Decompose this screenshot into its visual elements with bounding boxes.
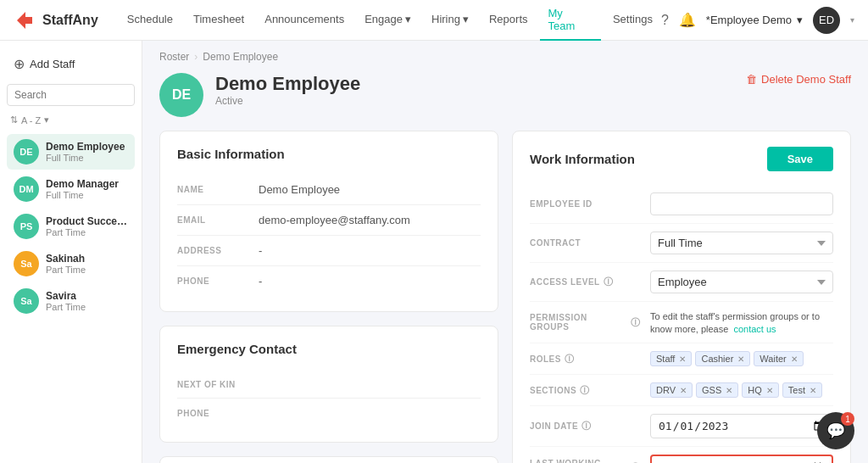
employee-type: Part Time [46, 227, 128, 237]
employee-avatar: PS [14, 214, 39, 239]
basic-info-row: PHONE - [177, 266, 481, 296]
roles-row: ROLES ⓘ Staff✕Cashier✕Waiter✕ [530, 343, 833, 375]
profile-avatar: DE [159, 73, 203, 117]
info-icon[interactable]: ⓘ [581, 420, 592, 432]
section-tag: GSS✕ [696, 382, 738, 398]
join-date-row: JOIN DATE ⓘ [530, 406, 833, 447]
nav-schedule[interactable]: Schedule [119, 0, 181, 41]
sidebar-item-product-success[interactable]: PS Product Success Part Time [7, 209, 135, 244]
chevron-down-icon: ▾ [797, 14, 803, 26]
employee-name: Demo Manager [46, 178, 128, 190]
logo[interactable]: StaffAny [14, 8, 98, 32]
employee-type: Part Time [46, 265, 128, 275]
employee-id-value [650, 192, 833, 215]
employee-type: Full Time [46, 153, 128, 163]
nav-reports[interactable]: Reports [481, 0, 537, 41]
sidebar-item-savira[interactable]: Sa Savira Part Time [7, 283, 135, 319]
work-info-title: Work Information [530, 152, 635, 166]
remove-tag-button[interactable]: ✕ [791, 354, 798, 364]
sort-button[interactable]: ⇅ A - Z ▾ [7, 113, 135, 127]
chat-button[interactable]: 💬 1 [817, 412, 854, 449]
employee-id-input[interactable] [650, 192, 833, 215]
info-icon[interactable]: ⓘ [631, 316, 641, 329]
info-icon[interactable]: ⓘ [604, 276, 614, 288]
remove-tag-button[interactable]: ✕ [810, 386, 816, 395]
nav-myteam[interactable]: My Team [540, 0, 601, 41]
emergency-row: NEXT OF KIN [177, 370, 481, 399]
contract-select[interactable]: Full Time Part Time Casual [650, 232, 833, 254]
top-navigation: StaffAny Schedule Timesheet Announcement… [0, 0, 868, 41]
contact-us-link[interactable]: contact us [733, 324, 776, 334]
sidebar-item-sakinah[interactable]: Sa Sakinah Part Time [7, 246, 135, 282]
save-button[interactable]: Save [767, 147, 833, 171]
field-label: NAME [177, 183, 245, 194]
info-icon[interactable]: ⓘ [580, 384, 590, 397]
contract-value: Full Time Part Time Casual [650, 232, 833, 254]
chevron-down-icon: ▾ [405, 13, 411, 25]
left-column: Basic Information NAME Demo Employee EMA… [159, 131, 498, 463]
employee-list: DE Demo Employee Full Time DM Demo Manag… [7, 134, 135, 319]
last-working-date-input[interactable] [650, 455, 833, 463]
remove-tag-button[interactable]: ✕ [737, 354, 744, 364]
add-staff-button[interactable]: ⊕ Add Staff [7, 51, 135, 77]
trash-icon: 🗑 [746, 73, 757, 86]
role-tag: Staff✕ [650, 351, 692, 366]
delete-staff-button[interactable]: 🗑 Delete Demo Staff [746, 73, 851, 86]
access-level-select[interactable]: Employee Manager Admin [650, 271, 833, 293]
right-column: Work Information Save EMPLOYEE ID [512, 131, 851, 463]
role-tag: Waiter✕ [754, 351, 803, 366]
chevron-down-icon: ▾ [463, 13, 469, 25]
sidebar-item-demo-manager[interactable]: DM Demo Manager Full Time [7, 171, 135, 207]
nav-settings[interactable]: Settings [604, 0, 661, 41]
emergency-row: PHONE [177, 399, 481, 427]
avatar[interactable]: ED [813, 7, 840, 34]
contract-row: CONTRACT Full Time Part Time Casual [530, 224, 833, 263]
sidebar: ⊕ Add Staff ⇅ A - Z ▾ DE Demo Employee F… [0, 41, 142, 463]
nav-links: Schedule Timesheet Announcements Engage … [119, 0, 661, 41]
employee-id-row: EMPLOYEE ID [530, 185, 833, 224]
nav-engage[interactable]: Engage ▾ [356, 0, 420, 41]
remove-tag-button[interactable]: ✕ [680, 386, 687, 395]
field-label: PHONE [177, 275, 245, 286]
user-menu[interactable]: *Employee Demo ▾ [706, 14, 803, 26]
basic-info-card: Basic Information NAME Demo Employee EMA… [159, 131, 498, 312]
employee-avatar: DM [14, 176, 39, 202]
field-label: ADDRESS [177, 244, 245, 255]
sections-label: SECTIONS ⓘ [530, 384, 640, 397]
employee-type: Full Time [46, 190, 128, 200]
notifications-button[interactable]: 🔔 [679, 12, 696, 28]
basic-info-row: ADDRESS - [177, 236, 481, 266]
info-icon[interactable]: ⓘ [565, 353, 575, 365]
contract-label: CONTRACT [530, 238, 640, 248]
nav-timesheet[interactable]: Timesheet [185, 0, 253, 41]
field-value: - [259, 275, 481, 287]
employee-name: Product Success [46, 215, 128, 227]
last-working-date-value [650, 455, 833, 463]
field-value: - [259, 244, 481, 257]
remove-tag-button[interactable]: ✕ [726, 386, 732, 395]
logo-icon [14, 8, 37, 32]
section-tag: DRV✕ [650, 382, 693, 398]
logo-text: StaffAny [42, 13, 98, 28]
last-working-date-label: LAST WORKING DATE ⓘ [530, 459, 640, 464]
join-date-input[interactable] [650, 414, 833, 438]
breadcrumb-roster[interactable]: Roster [159, 51, 189, 63]
profile-name-block: Demo Employee Active [215, 73, 734, 107]
sidebar-item-demo-employee[interactable]: DE Demo Employee Full Time [7, 134, 135, 170]
nav-announcements[interactable]: Announcements [256, 0, 353, 41]
employee-avatar: Sa [14, 251, 39, 276]
search-input[interactable] [7, 84, 135, 106]
access-level-row: ACCESS LEVEL ⓘ Employee Manager Admin [530, 263, 833, 302]
work-info-card: Work Information Save EMPLOYEE ID [512, 131, 851, 463]
help-button[interactable]: ? [661, 13, 669, 28]
emergency-rows: NEXT OF KIN PHONE [177, 370, 481, 427]
employee-name: Savira [46, 290, 128, 302]
remove-tag-button[interactable]: ✕ [679, 354, 686, 364]
field-label: NEXT OF KIN [177, 378, 245, 389]
field-label: EMAIL [177, 214, 245, 225]
chevron-down-icon: ▾ [850, 15, 854, 25]
last-working-date-row: LAST WORKING DATE ⓘ [530, 447, 833, 463]
remove-tag-button[interactable]: ✕ [766, 386, 773, 395]
nav-hiring[interactable]: Hiring ▾ [423, 0, 477, 41]
nav-right: ? 🔔 *Employee Demo ▾ ED ▾ [661, 7, 854, 34]
